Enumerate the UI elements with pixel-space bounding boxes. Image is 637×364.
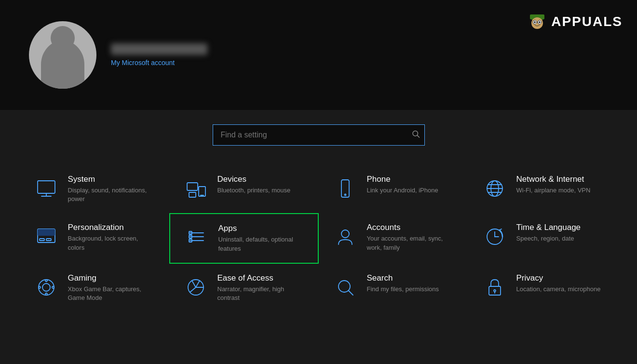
- header: My Microsoft account APPUALS: [0, 0, 637, 110]
- setting-item-gaming[interactable]: Gaming Xbox Game Bar, captures, Game Mod…: [20, 264, 169, 312]
- svg-rect-17: [341, 180, 349, 197]
- setting-desc-time: Speech, region, date: [516, 234, 581, 243]
- svg-rect-26: [40, 239, 44, 241]
- svg-line-46: [196, 281, 200, 287]
- svg-rect-13: [187, 183, 198, 190]
- setting-title-ease: Ease of Access: [217, 273, 304, 283]
- setting-title-privacy: Privacy: [516, 273, 601, 283]
- network-icon: [483, 176, 507, 201]
- search-input[interactable]: [213, 124, 425, 146]
- search-icon: [333, 275, 357, 299]
- personalization-icon: [34, 225, 58, 249]
- time-icon: [483, 225, 507, 249]
- svg-point-6: [539, 21, 541, 23]
- settings-grid: System Display, sound, notifications, po…: [20, 165, 618, 312]
- setting-title-personalization: Personalization: [68, 223, 155, 232]
- setting-desc-devices: Bluetooth, printers, mouse: [217, 186, 291, 195]
- setting-item-search[interactable]: Search Find my files, permissions: [319, 264, 468, 312]
- main-content: System Display, sound, notifications, po…: [0, 110, 637, 364]
- setting-title-apps: Apps: [218, 224, 303, 233]
- phone-icon: [333, 176, 357, 201]
- setting-item-devices[interactable]: Devices Bluetooth, printers, mouse: [169, 165, 319, 213]
- search-button[interactable]: [411, 130, 420, 141]
- setting-desc-privacy: Location, camera, microphone: [516, 285, 601, 294]
- setting-title-network: Network & Internet: [516, 175, 591, 184]
- setting-desc-gaming: Xbox Game Bar, captures, Game Mode: [68, 285, 155, 302]
- setting-title-time: Time & Language: [516, 223, 581, 232]
- svg-rect-15: [199, 187, 205, 196]
- setting-item-accounts[interactable]: Accounts Your accounts, email, sync, wor…: [319, 213, 468, 263]
- setting-desc-network: Wi-Fi, airplane mode, VPN: [516, 186, 591, 195]
- setting-item-apps[interactable]: Apps Uninstall, defaults, optional featu…: [169, 213, 319, 263]
- setting-title-devices: Devices: [217, 175, 291, 184]
- avatar: [29, 21, 96, 89]
- profile-name-blur: [111, 43, 207, 55]
- logo-mascot-icon: [525, 10, 549, 34]
- svg-point-34: [341, 230, 349, 238]
- svg-point-40: [45, 280, 47, 282]
- svg-rect-25: [38, 229, 55, 236]
- setting-item-ease[interactable]: Ease of Access Narrator, magnifier, high…: [169, 264, 319, 312]
- setting-desc-search: Find my files, permissions: [367, 285, 439, 294]
- setting-item-time[interactable]: Time & Language Speech, region, date: [468, 213, 618, 263]
- svg-rect-10: [38, 181, 55, 193]
- svg-point-42: [39, 286, 41, 288]
- svg-line-50: [349, 291, 353, 295]
- setting-item-network[interactable]: Network & Internet Wi-Fi, airplane mode,…: [468, 165, 618, 213]
- setting-desc-personalization: Background, lock screen, colors: [68, 234, 155, 252]
- setting-item-system[interactable]: System Display, sound, notifications, po…: [20, 165, 169, 213]
- ms-account-link[interactable]: My Microsoft account: [111, 59, 207, 67]
- setting-title-gaming: Gaming: [68, 273, 155, 283]
- profile-info: My Microsoft account: [111, 43, 207, 67]
- setting-desc-phone: Link your Android, iPhone: [367, 186, 438, 195]
- svg-point-39: [42, 283, 50, 291]
- setting-desc-accounts: Your accounts, email, sync, work, family: [367, 234, 454, 252]
- svg-point-5: [534, 21, 536, 23]
- setting-item-phone[interactable]: Phone Link your Android, iPhone: [319, 165, 468, 213]
- logo: APPUALS: [525, 10, 623, 34]
- logo-text: APPUALS: [551, 14, 623, 29]
- accounts-icon: [333, 225, 357, 249]
- svg-point-43: [52, 286, 54, 288]
- setting-title-system: System: [68, 175, 155, 184]
- svg-line-48: [192, 281, 196, 287]
- svg-line-47: [190, 287, 196, 292]
- svg-point-41: [45, 293, 47, 295]
- setting-title-phone: Phone: [367, 175, 438, 184]
- setting-desc-ease: Narrator, magnifier, high contrast: [217, 285, 304, 302]
- setting-item-personalization[interactable]: Personalization Background, lock screen,…: [20, 213, 169, 263]
- apps-icon: [185, 226, 209, 250]
- setting-desc-apps: Uninstall, defaults, optional features: [218, 235, 303, 253]
- avatar-silhouette: [41, 40, 84, 89]
- svg-line-9: [417, 135, 419, 137]
- svg-point-18: [344, 194, 346, 196]
- svg-rect-27: [46, 239, 51, 241]
- setting-desc-system: Display, sound, notifications, power: [68, 186, 155, 203]
- monitor-icon: [34, 176, 58, 201]
- ease-icon: [184, 275, 208, 299]
- svg-rect-14: [189, 192, 196, 197]
- privacy-icon: [483, 275, 507, 299]
- setting-item-privacy[interactable]: Privacy Location, camera, microphone: [468, 264, 618, 312]
- svg-rect-51: [489, 286, 501, 295]
- search-container: [213, 124, 425, 146]
- devices-icon: [184, 176, 208, 201]
- setting-title-search: Search: [367, 273, 439, 283]
- setting-title-accounts: Accounts: [367, 223, 454, 232]
- gaming-icon: [34, 275, 58, 299]
